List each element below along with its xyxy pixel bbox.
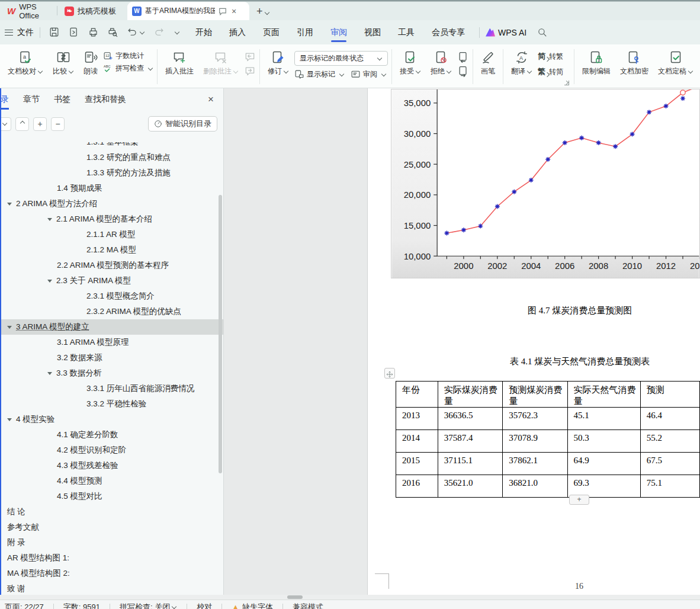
toc-item[interactable]: 4.1 确定差分阶数 (0, 427, 224, 443)
table-header-cell[interactable]: 预测 (640, 382, 699, 408)
menu-item-视图[interactable]: 视图 (364, 22, 381, 43)
toc-collapse-triangle-icon[interactable] (7, 326, 12, 329)
tab-wps-office[interactable]: W WPS Office (0, 2, 57, 20)
markup-state-select[interactable]: 显示标记的最终状态 (294, 51, 388, 66)
table-cell[interactable]: 45.1 (567, 408, 640, 430)
sidebar-close-icon[interactable]: × (208, 94, 214, 105)
wps-ai-button[interactable]: WPS AI (486, 28, 526, 37)
word-count-button[interactable]: 12 字数统计 (103, 51, 153, 61)
table-header-cell[interactable]: 年份 (396, 382, 438, 408)
finalize-document-button[interactable]: 文档定稿 (654, 48, 698, 78)
sidebar-scrollbar[interactable] (219, 195, 222, 473)
translate-button[interactable]: A 翻译 (507, 48, 537, 78)
toc-collapse-triangle-icon[interactable] (7, 418, 12, 421)
status-spellcheck[interactable]: 拼写检查: 关闭 (110, 602, 187, 609)
status-page[interactable]: 页面: 22/27 (5, 602, 53, 609)
next-change-icon[interactable] (457, 65, 469, 77)
table-cell[interactable]: 64.9 (567, 453, 640, 475)
accept-button[interactable]: 接受 (396, 48, 425, 78)
status-missing-font[interactable]: ▲缺失字体 (222, 602, 282, 609)
toc-item[interactable]: 4.3 模型残差检验 (0, 458, 224, 473)
read-aloud-button[interactable]: 朗读 (79, 48, 102, 78)
table-cell[interactable]: 2016 (396, 475, 438, 498)
smart-toc-button[interactable]: 智能识别目录 (148, 116, 217, 132)
toc-expand-all-button[interactable] (0, 117, 11, 131)
tab-docer-template[interactable]: ❧ 找稿壳模板 (57, 2, 127, 20)
table-cell[interactable]: 75.1 (640, 475, 699, 498)
tab-document[interactable]: W 基于ARIMA模型的我国山西省 × (127, 2, 249, 20)
to-simplified-button[interactable]: 繁 转简 (538, 66, 563, 77)
tab-list-chevron-icon[interactable] (264, 10, 269, 15)
table-header-cell[interactable]: 实际煤炭消费量 (438, 382, 502, 408)
restrict-editing-button[interactable]: 限制编辑 (578, 48, 615, 78)
table-cell[interactable]: 69.3 (567, 475, 640, 498)
table-cell[interactable]: 2014 (396, 430, 438, 453)
menu-item-开始[interactable]: 开始 (195, 22, 212, 43)
save-icon[interactable] (49, 27, 60, 38)
toc-collapse-triangle-icon[interactable] (47, 218, 52, 221)
sidebar-tab-toc[interactable]: 目录 (0, 89, 9, 110)
table-cell[interactable]: 55.2 (640, 430, 699, 453)
toc-item[interactable]: 2 ARIMA 模型方法介绍 (0, 196, 224, 211)
toc-item[interactable]: 1.3.2 研究的重点和难点 (0, 150, 224, 165)
toc-item[interactable]: 3.1 ARIMA 模型原理 (0, 335, 224, 350)
toc-collapse-triangle-icon[interactable] (47, 280, 52, 283)
toc-item[interactable]: 2.1 ARIMA 模型的基本介绍 (0, 211, 224, 227)
table-cell[interactable]: 36821.0 (503, 475, 567, 498)
table-cell[interactable]: 2015 (396, 453, 438, 475)
compare-button[interactable]: 比较 (49, 48, 78, 78)
previous-change-icon[interactable] (457, 51, 469, 63)
toc-item[interactable]: 3 ARIMA 模型的建立 (0, 319, 224, 335)
menu-item-引用[interactable]: 引用 (297, 22, 313, 43)
new-tab-button[interactable]: + (256, 5, 263, 18)
toc-zoom-in-button[interactable]: + (33, 117, 47, 131)
menu-item-会员专享[interactable]: 会员专享 (432, 22, 465, 43)
status-word-count[interactable]: 字数: 9591 (54, 602, 110, 609)
table-cell[interactable]: 46.4 (640, 408, 699, 430)
toc-item[interactable]: 2.3.2 ARIMA 模型的优缺点 (0, 304, 224, 319)
dialog-launcher-icon[interactable] (564, 81, 569, 85)
toc-item[interactable]: 1.4 预期成果 (0, 181, 224, 196)
toc-item[interactable]: 4.4 模型预测 (0, 473, 224, 489)
toc-item[interactable]: 2.3.1 模型概念简介 (0, 289, 224, 304)
table-cell[interactable]: 37115.1 (438, 453, 502, 475)
toc-item[interactable]: 4.5 模型对比 (0, 489, 224, 504)
table-move-handle[interactable] (384, 368, 395, 379)
table-cell[interactable]: 67.5 (640, 453, 699, 475)
toc-collapse-triangle-icon[interactable] (7, 203, 12, 206)
table-header-cell[interactable]: 预测煤炭消费量 (503, 382, 567, 408)
undo-chevron-icon[interactable] (140, 29, 145, 34)
doc-proofread-button[interactable]: a 文档校对 (4, 48, 47, 78)
menu-item-页面[interactable]: 页面 (263, 22, 280, 43)
reject-button[interactable]: 拒绝 (426, 48, 456, 78)
file-menu[interactable]: 文件 (17, 27, 34, 38)
toc-zoom-out-button[interactable]: − (51, 117, 65, 131)
table-cell[interactable]: 37587.4 (438, 430, 502, 453)
menu-item-审阅[interactable]: 审阅 (330, 22, 347, 43)
sidebar-tab-find-replace[interactable]: 查找和替换 (85, 89, 126, 110)
toc-item[interactable]: 参考文献 (0, 520, 224, 535)
toc-item[interactable]: 2.1.2 MA 模型 (0, 242, 224, 258)
horizontal-scrollbar[interactable] (0, 595, 700, 600)
toc-item[interactable]: 4.2 模型识别和定阶 (0, 443, 224, 458)
table-cell[interactable]: 2013 (396, 408, 438, 430)
toc-item[interactable]: 结 论 (0, 504, 224, 520)
sidebar-tab-bookmarks[interactable]: 书签 (54, 89, 70, 110)
print-preview-icon[interactable] (107, 27, 118, 38)
horizontal-scrollbar-thumb[interactable] (287, 595, 303, 599)
table-cell[interactable]: 36636.5 (438, 408, 502, 430)
status-compat-mode[interactable]: 兼容模式 (283, 602, 333, 609)
toc-item[interactable]: 3.3.1 历年山西省能源消费情况 (0, 381, 224, 396)
coal-forecast-chart[interactable]: 10,00015,00020,00025,00030,00035,0002000… (391, 89, 700, 278)
add-row-button[interactable]: + (569, 495, 589, 505)
track-changes-button[interactable]: 修订 (264, 48, 293, 78)
table-header-cell[interactable]: 实际天然气消费量 (567, 382, 640, 408)
toc-item[interactable]: 致 谢 (0, 581, 224, 595)
review-pane-button[interactable]: 审阅 (351, 69, 387, 79)
toc-item[interactable]: 1.3.1 基本框架 (0, 142, 224, 150)
table-cell[interactable]: 35621.0 (438, 475, 502, 498)
toc-item[interactable]: 3.3.2 平稳性检验 (0, 396, 224, 412)
toc-item[interactable]: 3.3 数据分析 (0, 366, 224, 381)
sidebar-tab-chapters[interactable]: 章节 (23, 89, 40, 110)
to-traditional-button[interactable]: 简 转繁 (538, 51, 563, 62)
